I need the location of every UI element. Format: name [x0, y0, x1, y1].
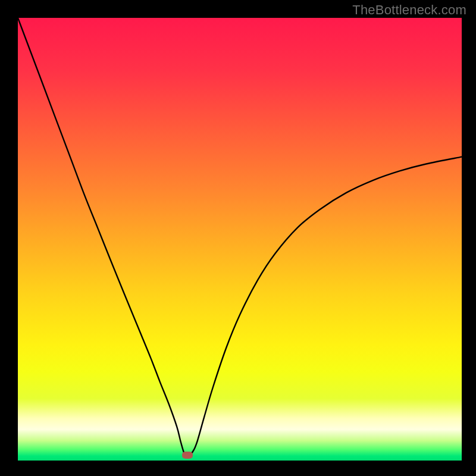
- plot-area: [18, 18, 462, 461]
- curve-layer: [18, 18, 462, 461]
- bottleneck-curve: [18, 18, 462, 455]
- chart-stage: TheBottleneck.com: [0, 0, 476, 476]
- watermark-text: TheBottleneck.com: [352, 2, 466, 18]
- minimum-marker: [182, 452, 193, 459]
